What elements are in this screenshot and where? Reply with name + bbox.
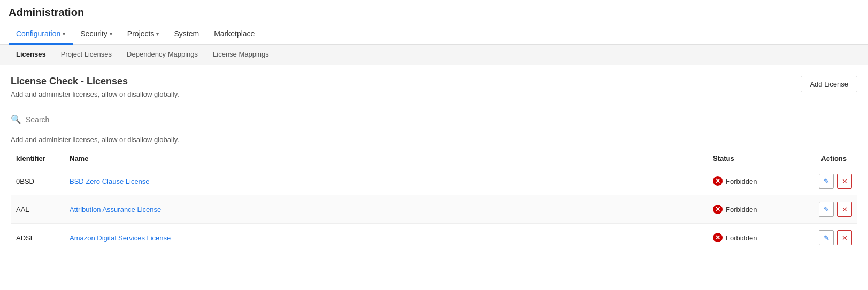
delete-button[interactable]: ✕ [837, 174, 852, 189]
add-license-button[interactable]: Add License [801, 76, 857, 92]
edit-button[interactable]: ✎ [819, 202, 834, 217]
table-row: 0BSDBSD Zero Clause License✕Forbidden✎✕ [11, 167, 857, 195]
nav-item-configuration[interactable]: Configuration ▾ [9, 24, 73, 45]
col-identifier: Identifier [11, 150, 64, 167]
section-header-left: License Check - Licenses Add and adminis… [11, 76, 179, 107]
table-header-row: Identifier Name Status Actions [11, 150, 857, 167]
cell-name: BSD Zero Clause License [64, 167, 708, 195]
nav-item-security[interactable]: Security ▾ [73, 24, 120, 45]
col-name: Name [64, 150, 708, 167]
cell-status: ✕Forbidden [708, 224, 793, 252]
sub-tab-project-licenses[interactable]: Project Licenses [53, 45, 119, 65]
section-description: Add and administer licenses, allow or di… [11, 90, 179, 98]
page-header: Administration [0, 0, 868, 19]
cell-name: Attribution Assurance License [64, 195, 708, 224]
chevron-down-icon: ▾ [110, 31, 112, 37]
col-actions: Actions [793, 150, 857, 167]
chevron-down-icon: ▾ [156, 31, 159, 37]
cell-identifier: 0BSD [11, 167, 64, 195]
sub-tabs-bar: Licenses Project Licenses Dependency Map… [0, 45, 868, 65]
edit-button[interactable]: ✎ [819, 174, 834, 189]
cell-status: ✕Forbidden [708, 167, 793, 195]
nav-item-projects[interactable]: Projects ▾ [120, 24, 167, 45]
col-status: Status [708, 150, 793, 167]
cell-actions: ✎✕ [793, 167, 857, 195]
sub-tab-dependency-mappings[interactable]: Dependency Mappings [119, 45, 205, 65]
table-row: AALAttribution Assurance License✕Forbidd… [11, 195, 857, 224]
cell-status: ✕Forbidden [708, 195, 793, 224]
cell-actions: ✎✕ [793, 224, 857, 252]
section-title: License Check - Licenses [11, 76, 179, 87]
cell-actions: ✎✕ [793, 195, 857, 224]
top-nav: Configuration ▾ Security ▾ Projects ▾ Sy… [0, 24, 868, 45]
status-text: Forbidden [726, 177, 757, 185]
cell-name: Amazon Digital Services License [64, 224, 708, 252]
main-content: License Check - Licenses Add and adminis… [0, 65, 868, 257]
section-header-row: License Check - Licenses Add and adminis… [11, 76, 857, 107]
search-input[interactable] [26, 115, 133, 124]
status-text: Forbidden [726, 206, 757, 214]
nav-item-marketplace[interactable]: Marketplace [206, 24, 262, 45]
delete-button[interactable]: ✕ [837, 202, 852, 217]
sub-tab-licenses[interactable]: Licenses [9, 45, 53, 65]
status-text: Forbidden [726, 234, 757, 242]
forbidden-icon: ✕ [713, 176, 723, 186]
edit-button[interactable]: ✎ [819, 230, 834, 245]
cell-identifier: AAL [11, 195, 64, 224]
licenses-table: Identifier Name Status Actions 0BSDBSD Z… [11, 150, 857, 252]
chevron-down-icon: ▾ [63, 31, 65, 37]
table-description: Add and administer licenses, allow or di… [11, 136, 857, 144]
cell-identifier: ADSL [11, 224, 64, 252]
sub-tab-license-mappings[interactable]: License Mappings [205, 45, 276, 65]
search-row: 🔍 [11, 114, 857, 130]
forbidden-icon: ✕ [713, 205, 723, 214]
search-icon: 🔍 [11, 114, 21, 124]
delete-button[interactable]: ✕ [837, 230, 852, 245]
table-row: ADSLAmazon Digital Services License✕Forb… [11, 224, 857, 252]
page-title: Administration [9, 6, 859, 19]
nav-item-system[interactable]: System [166, 24, 206, 45]
forbidden-icon: ✕ [713, 233, 723, 242]
